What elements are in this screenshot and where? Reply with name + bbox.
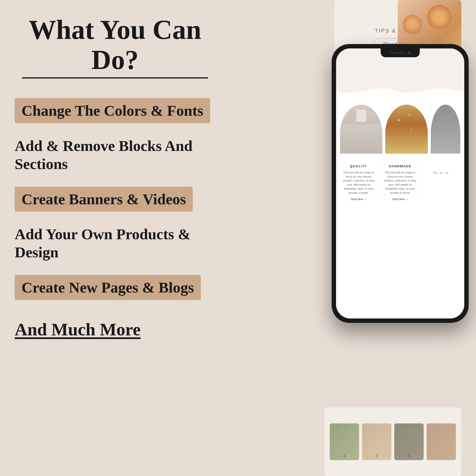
product-card-quality: QUALITY Pair text with an image to focus… — [338, 162, 380, 203]
feature-text-3: Create Banners & Videos — [21, 191, 186, 207]
feature-item-pages-blogs: Create New Pages & Blogs — [15, 275, 215, 300]
feature-item-colors-fonts: Change The Colors & Fonts — [15, 98, 215, 123]
page-title: What You Can Do? — [15, 15, 215, 75]
thumbnail-3: 6 — [394, 424, 424, 460]
shop-now-2[interactable]: Shop Now → — [383, 198, 418, 201]
title-underline — [22, 77, 208, 79]
phone-notch — [381, 49, 420, 57]
thumb-label-1: 4 — [343, 454, 346, 459]
feature-highlight-5: Create New Pages & Blogs — [15, 275, 201, 300]
third-card-desc: Pa... im... or... — [424, 171, 459, 175]
thumbnail-4 — [426, 424, 456, 460]
shop-now-1[interactable]: Shop Now → — [341, 198, 376, 201]
bg-strip-bottom: 4 3 6 — [324, 408, 461, 476]
quality-desc: Pair text with an image to focus on your… — [341, 170, 376, 195]
feature-text-5: Create New Pages & Blogs — [21, 279, 194, 296]
thumb-label-2: 3 — [375, 454, 378, 459]
product-card-third: Pa... im... or... — [421, 162, 462, 203]
feature-highlight-3: Create Banners & Videos — [15, 187, 193, 212]
arch-images-row — [336, 100, 464, 158]
phone-area: TIPS & HACKS Read more — [236, 0, 476, 476]
product-cards-row: QUALITY Pair text with an image to focus… — [336, 158, 464, 203]
feature-highlight-1: Change The Colors & Fonts — [15, 98, 210, 123]
arch-image-3 — [431, 105, 460, 153]
arch-image-1 — [340, 105, 382, 153]
thumb-label-3: 6 — [408, 454, 410, 459]
camera-dot — [407, 51, 411, 54]
phone-device: QUALITY Pair text with an image to focus… — [332, 44, 469, 323]
third-card-label — [424, 164, 459, 168]
main-container: What You Can Do? Change The Colors & Fon… — [0, 0, 476, 476]
left-content: What You Can Do? Change The Colors & Fon… — [15, 15, 215, 340]
thumbnail-2: 3 — [362, 424, 391, 460]
feature-item-blocks-sections: Add & Remove Blocks And Sections — [15, 137, 215, 173]
screen-content: QUALITY Pair text with an image to focus… — [336, 49, 464, 319]
product-card-handmade: HANDMADE Pair text with an image to focu… — [380, 162, 421, 203]
handmade-label: HANDMADE — [383, 164, 418, 168]
feature-text-4: Add Your Own Products & Design — [15, 222, 190, 264]
arch-image-2 — [385, 105, 427, 153]
cta-text: And Much More — [15, 320, 215, 340]
feature-text-1: Change The Colors & Fonts — [21, 102, 203, 119]
quality-label: QUALITY — [341, 164, 376, 168]
handmade-desc: Pair text with an image to focus on your… — [383, 170, 418, 195]
phone-screen: QUALITY Pair text with an image to focus… — [336, 49, 464, 319]
feature-text-2: Add & Remove Blocks And Sections — [15, 134, 192, 176]
feature-item-banners-videos: Create Banners & Videos — [15, 187, 215, 212]
feature-item-products-design: Add Your Own Products & Design — [15, 225, 215, 261]
thumbnail-1: 4 — [330, 424, 359, 460]
